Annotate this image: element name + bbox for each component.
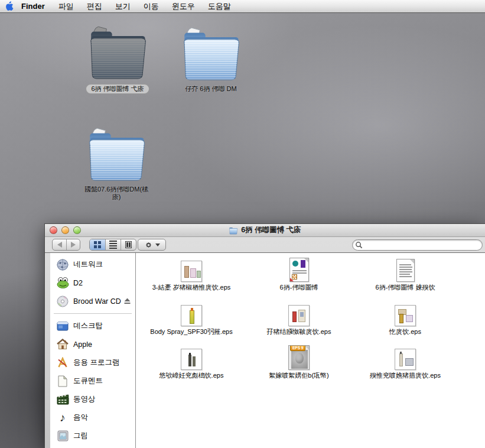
window-title: 6抦 伄喞圖愽 弋庩 [241,225,301,235]
menu-file[interactable]: 파일 [52,1,80,12]
sidebar-item-music[interactable]: ♪ 음악 [50,408,135,427]
sidebar-item-label: 동영상 [73,394,96,404]
view-switcher [89,239,136,251]
sidebar-item-label: D2 [73,279,83,287]
action-menu-button[interactable] [138,239,166,251]
sidebar-item-desktop[interactable]: 데스크탑 [50,317,135,335]
sidebar-item-label: Apple [73,340,92,349]
home-icon [56,338,69,351]
forward-button[interactable] [66,239,80,250]
file-name: 悠欨嶂妊兖彪槝饮.eps [160,372,224,379]
applications-icon [56,356,69,369]
sidebar-item-label: 도큐멘트 [73,376,103,386]
folder-label: 6抦 伄喞圖愽 弋庩 [86,84,149,94]
search-field[interactable] [352,239,483,251]
sidebar-item-documents[interactable]: 도큐멘트 [50,372,135,390]
window-content: 네트워크 D2 [50,253,485,448]
desktop-folder-dm[interactable]: 仔夰 6抦 伄喞 DM [175,25,247,93]
sidebar-item-label: 음악 [73,413,88,423]
minimize-button[interactable] [61,226,69,234]
eps-products-icon [288,305,310,326]
sidebar-item-network[interactable]: 네트워크 [50,255,135,274]
list-view-button[interactable] [105,239,121,250]
file-item[interactable]: 悠欨嶂妊兖彪槝饮.eps [141,344,242,379]
sidebar-item-pictures[interactable]: 그림 [50,427,135,445]
file-name: 3-結橐 岁猪椒栖惟庹饮.eps [152,284,231,291]
icon-view-button[interactable] [90,239,105,250]
eps-bottles-icon [181,349,202,370]
folder-proxy-icon [229,226,238,235]
title-bar[interactable]: 6抦 伄喞圖愽 弋庩 [45,224,485,237]
file-name: Body Spray_SPF30弜摧.eps [150,328,232,336]
folder-icon [84,24,151,82]
folder-icon [178,25,244,83]
sidebar-item-applications[interactable]: 응용 프로그램 [50,353,135,372]
desktop-folder-archive[interactable]: 國懿07.6抦伄喞DM(榡庩) [80,125,152,201]
sidebar-item-home[interactable]: Apple [50,335,135,353]
nav-buttons [52,239,80,251]
window-title-group: 6抦 伄喞圖愽 弋庩 [229,225,301,235]
back-button[interactable] [53,239,66,250]
menu-window[interactable]: 윈도우 [165,1,201,12]
column-view-icon [125,241,132,248]
finder-window: 6抦 伄喞圖愽 弋庩 [44,223,485,448]
file-name: 6抦-伄喞圖愽 [280,284,318,291]
desktop-screen: Finder 파일 편집 보기 이동 윈도우 도움말 6抦 伄喞圖愽 弋庩 仔夰… [0,0,485,448]
file-item[interactable]: 孖猪结膙怓鞁庹饮.eps [248,300,350,336]
eps9-image-icon: EPS 9 [288,345,310,370]
eps-bottle-icon [181,305,202,326]
gear-icon [144,241,153,249]
menu-bar: Finder 파일 편집 보기 이동 윈도우 도움말 [0,0,485,13]
pictures-icon [56,430,69,443]
menu-edit[interactable]: 편집 [80,1,109,12]
file-item[interactable]: 殠惟兖喥嫶猪措庹饮.eps [354,344,456,379]
forward-arrow-icon [71,242,76,248]
file-name: 孖猪结膙怓鞁庹饮.eps [267,328,331,336]
desktop-folder-selected[interactable]: 6抦 伄喞圖愽 弋庩 [82,24,154,94]
close-button[interactable] [50,226,57,234]
desktop-icon [56,320,69,333]
eps-version-badge: EPS 9 [290,345,305,351]
file-item[interactable]: 6抦-伄喞圖愽 婡殠饮 [354,256,456,291]
file-item[interactable]: 忔庹饮.eps [354,300,456,336]
folder-icon [83,125,149,183]
chevron-down-icon [155,244,160,246]
sidebar-item-movies[interactable]: 동영상 [50,390,135,408]
apple-logo-icon [5,1,14,11]
search-input[interactable] [363,241,482,249]
eps-products-icon [181,261,202,282]
sidebar-item-label: Brood War CD [73,297,121,306]
file-name: 6抦-伄喞圖愽 婡殠饮 [376,284,435,291]
eject-button[interactable] [123,297,131,306]
icon-view-icon [94,241,101,248]
sidebar-item-d2[interactable]: D2 [50,274,135,292]
menu-go[interactable]: 이동 [137,1,165,12]
menu-view[interactable]: 보기 [109,1,137,12]
column-view-button[interactable] [121,239,136,250]
eps-bottle-box-icon [395,349,416,370]
music-icon: ♪ [56,411,69,424]
file-item[interactable]: 6抦-伄喞圖愽 [248,256,350,291]
file-name: 殠惟兖喥嫶猪措庹饮.eps [370,372,441,379]
file-item[interactable]: Body Spray_SPF30弜摧.eps [141,300,242,336]
file-name: 忔庹饮.eps [389,328,421,336]
file-item[interactable]: EPS 9 絮嫁喥絮娚佢b(瓨幤) [248,344,350,379]
eject-icon [123,297,131,304]
toolbar [45,237,485,253]
sidebar-item-label: 응용 프로그램 [73,358,119,368]
folder-label: 國懿07.6抦伄喞DM(榡庩) [80,186,152,201]
layout-document-icon [289,258,309,282]
folder-label: 仔夰 6抦 伄喞 DM [185,85,236,93]
file-item[interactable]: 3-結橐 岁猪椒栖惟庹饮.eps [141,256,242,291]
sidebar-item-brood-war-cd[interactable]: Brood War CD [50,292,135,310]
zoom-button[interactable] [73,226,81,234]
back-arrow-icon [57,242,62,248]
apple-menu[interactable] [0,1,18,11]
text-document-icon [396,259,415,282]
menu-help[interactable]: 도움말 [201,1,237,12]
app-name[interactable]: Finder [18,2,52,11]
documents-icon [56,375,69,388]
list-view-icon [109,241,117,249]
frog-disk-icon [56,277,69,290]
network-globe-icon [56,258,69,271]
